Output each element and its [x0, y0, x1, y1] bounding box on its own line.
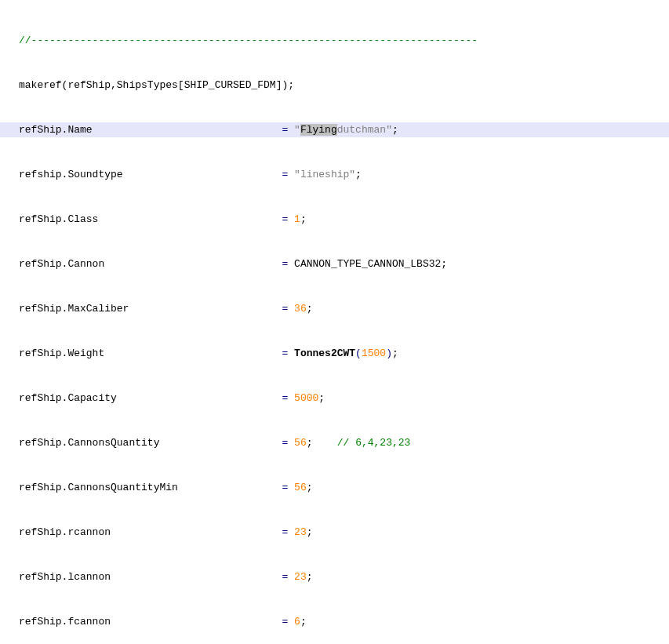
- equals-sign: =: [282, 616, 288, 628]
- func-name: Tonnes2CWT: [294, 347, 355, 359]
- value-number: 5000: [294, 392, 318, 404]
- prop: refShip.CannonsQuantityMin: [19, 482, 178, 493]
- prop: refShip.Weight: [19, 347, 104, 359]
- semicolon: ;: [307, 571, 313, 583]
- value-const: CANNON_TYPE_CANNON_LBS32: [294, 258, 441, 270]
- semicolon: ;: [307, 526, 313, 538]
- selected-text: Flying: [300, 124, 337, 136]
- code-line: refShip.lcannon = 23;: [0, 569, 669, 584]
- prop: refShip.Capacity: [19, 392, 117, 404]
- prop: refship.Soundtype: [19, 169, 123, 180]
- code-line: refShip.rcannon = 23;: [0, 525, 669, 540]
- func-call: makeref: [19, 79, 62, 91]
- prop: refShip.Class: [19, 213, 98, 225]
- comment: // 6,4,23,23: [337, 437, 411, 449]
- value-number: 6: [294, 616, 300, 628]
- const-ship: SHIP_CURSED_FDM: [184, 79, 276, 91]
- value-string: "lineship": [294, 169, 355, 180]
- code-line: refShip.Class = 1;: [0, 212, 669, 227]
- value-number: 56: [294, 437, 307, 449]
- equals-sign: =: [282, 258, 288, 270]
- code-line: refShip.Capacity = 5000;: [0, 391, 669, 406]
- semicolon: ;: [355, 169, 362, 180]
- code-line-makeref: makeref(refShip,ShipsTypes[SHIP_CURSED_F…: [0, 78, 669, 93]
- semicolon: ;: [318, 392, 325, 404]
- semicolon: ;: [307, 482, 313, 493]
- equals-sign: =: [282, 169, 288, 180]
- semicolon: ;: [300, 616, 307, 628]
- value-number: 1: [294, 213, 300, 225]
- prop: refShip.rcannon: [19, 526, 111, 538]
- semicolon: ;: [300, 213, 307, 225]
- prop: refShip.lcannon: [19, 571, 111, 583]
- equals-sign: =: [282, 392, 288, 404]
- semicolon: ;: [307, 303, 313, 315]
- prop: refShip.Cannon: [19, 258, 104, 270]
- equals-sign: =: [282, 347, 288, 359]
- code-line: refShip.CannonsQuantity = 56; // 6,4,23,…: [0, 435, 669, 450]
- args-pre: (refShip,ShipsTypes[: [62, 79, 184, 91]
- prop: refShip.fcannon: [19, 616, 111, 628]
- quote-open: ": [294, 124, 300, 136]
- code-line: refShip.Weight = Tonnes2CWT(1500);: [0, 346, 669, 361]
- value-number: 23: [294, 526, 307, 538]
- paren-open: (: [355, 347, 362, 359]
- equals-sign: =: [282, 437, 288, 449]
- equals-sign: =: [282, 303, 288, 315]
- comment-dashes: //--------------------------------------…: [19, 35, 478, 46]
- prop: refShip.CannonsQuantity: [19, 437, 159, 449]
- value-number: 56: [294, 482, 307, 493]
- code-line: refShip.MaxCaliber = 36;: [0, 301, 669, 316]
- code-line: refShip.CannonsQuantityMin = 56;: [0, 480, 669, 495]
- code-line: refShip.Cannon = CANNON_TYPE_CANNON_LBS3…: [0, 257, 669, 271]
- code-line-top-comment: //--------------------------------------…: [0, 33, 669, 48]
- equals-sign: =: [282, 213, 288, 225]
- equals-sign: =: [282, 124, 288, 136]
- code-line: refship.Soundtype = "lineship";: [0, 167, 669, 182]
- equals-sign: =: [282, 482, 288, 493]
- paren-close: ): [386, 347, 392, 359]
- value-number: 23: [294, 571, 307, 583]
- equals-sign: =: [282, 526, 288, 538]
- args-post: ]);: [276, 79, 294, 91]
- arg-number: 1500: [362, 347, 386, 359]
- code-line: refShip.fcannon = 6;: [0, 614, 669, 629]
- prop: refShip.MaxCaliber: [19, 303, 129, 315]
- semicolon: ;: [307, 437, 313, 449]
- equals-sign: =: [282, 571, 288, 583]
- prop: refShip.Name: [19, 124, 93, 136]
- semicolon: ;: [392, 347, 398, 359]
- semicolon: ;: [441, 258, 447, 270]
- semicolon: ;: [392, 124, 398, 136]
- code-block: //--------------------------------------…: [0, 0, 669, 644]
- value-number: 36: [294, 303, 307, 315]
- code-line-name-highlighted: refShip.Name = "Flyingdutchman";: [0, 122, 669, 137]
- quote-close: ": [386, 124, 392, 136]
- string-rest: dutchman: [337, 124, 386, 136]
